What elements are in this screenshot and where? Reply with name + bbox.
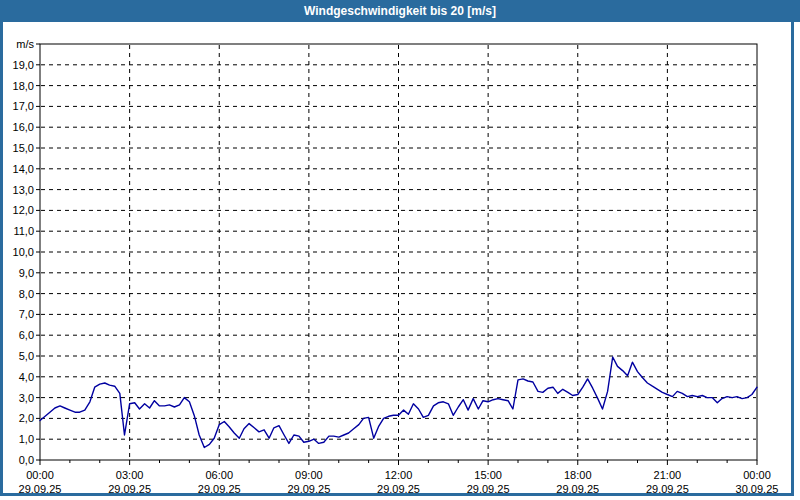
x-axis-time-label: 09:00 [295, 469, 323, 481]
y-axis-unit-label: m/s [16, 38, 34, 50]
svg-text:8,0: 8,0 [19, 288, 34, 300]
x-axis-time-label: 06:00 [205, 469, 233, 481]
x-axis-date-label: 29.09.25 [198, 483, 241, 495]
svg-text:1,0: 1,0 [19, 433, 34, 445]
svg-text:17,0: 17,0 [13, 100, 34, 112]
wind-speed-chart: 0,01,02,03,04,05,06,07,08,09,010,011,012… [0, 0, 800, 500]
x-axis-time-label: 00:00 [743, 469, 771, 481]
x-axis-date-label: 29.09.25 [646, 483, 689, 495]
x-axis-time-label: 18:00 [564, 469, 592, 481]
application-window: Windgeschwindigkeit bis 20 [m/s] 0,01,02… [0, 0, 800, 500]
x-axis-time-label: 12:00 [385, 469, 413, 481]
svg-text:16,0: 16,0 [13, 121, 34, 133]
svg-text:0,0: 0,0 [19, 454, 34, 466]
x-axis-time-label: 03:00 [116, 469, 144, 481]
svg-text:10,0: 10,0 [13, 246, 34, 258]
svg-text:3,0: 3,0 [19, 392, 34, 404]
svg-text:18,0: 18,0 [13, 80, 34, 92]
x-axis-time-label: 15:00 [474, 469, 502, 481]
svg-text:15,0: 15,0 [13, 142, 34, 154]
x-axis-date-label: 29.09.25 [287, 483, 330, 495]
svg-text:4,0: 4,0 [19, 371, 34, 383]
x-axis-time-label: 21:00 [654, 469, 682, 481]
svg-text:2,0: 2,0 [19, 412, 34, 424]
svg-text:5,0: 5,0 [19, 350, 34, 362]
x-axis-date-label: 30.09.25 [736, 483, 779, 495]
svg-text:11,0: 11,0 [13, 225, 34, 237]
svg-text:9,0: 9,0 [19, 267, 34, 279]
x-axis-date-label: 29.09.25 [556, 483, 599, 495]
x-axis-date-label: 29.09.25 [467, 483, 510, 495]
svg-text:14,0: 14,0 [13, 163, 34, 175]
x-axis-labels: 00:0029.09.2503:0029.09.2506:0029.09.250… [19, 469, 779, 495]
svg-text:13,0: 13,0 [13, 184, 34, 196]
svg-text:19,0: 19,0 [13, 59, 34, 71]
svg-text:6,0: 6,0 [19, 329, 34, 341]
x-axis-date-label: 29.09.25 [108, 483, 151, 495]
svg-text:7,0: 7,0 [19, 308, 34, 320]
x-axis-date-label: 29.09.25 [19, 483, 62, 495]
x-axis-date-label: 29.09.25 [377, 483, 420, 495]
x-axis-time-label: 00:00 [26, 469, 54, 481]
y-axis-labels: 0,01,02,03,04,05,06,07,08,09,010,011,012… [13, 38, 35, 466]
svg-text:12,0: 12,0 [13, 204, 34, 216]
